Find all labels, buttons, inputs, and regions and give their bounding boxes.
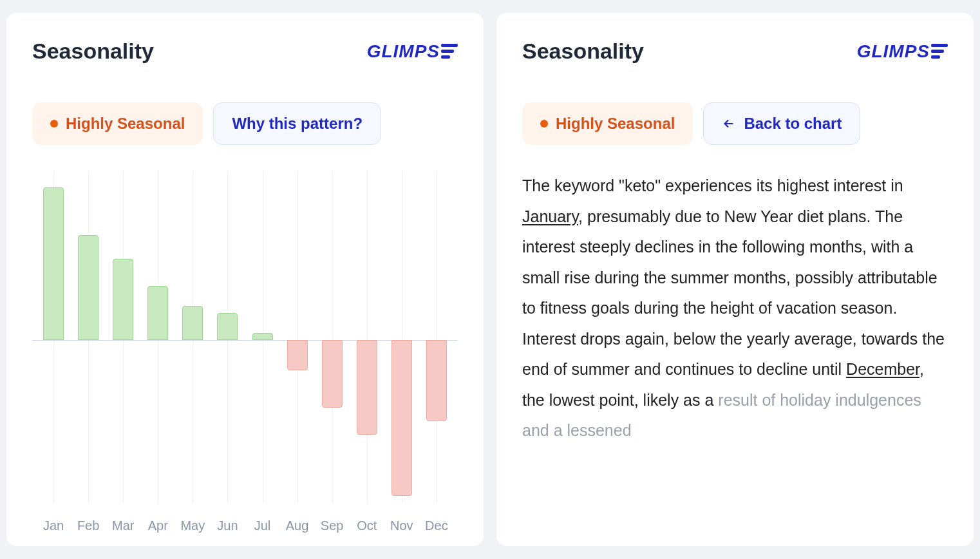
text-fade-overlay xyxy=(522,488,948,533)
card-header: Seasonality GLIMPS xyxy=(522,39,948,64)
why-pattern-label: Why this pattern? xyxy=(232,115,363,133)
card-title: Seasonality xyxy=(32,39,154,64)
x-tick-label: Jun xyxy=(210,518,245,533)
card-header: Seasonality GLIMPS xyxy=(32,39,458,64)
seasonality-badge-label: Highly Seasonal xyxy=(66,115,185,133)
chart-bar xyxy=(391,340,412,496)
seasonality-badge: Highly Seasonal xyxy=(522,102,693,145)
x-tick-label: Oct xyxy=(350,518,384,533)
why-pattern-button[interactable]: Why this pattern? xyxy=(213,102,381,145)
pill-row: Highly Seasonal Back to chart xyxy=(522,102,948,145)
explain-text: The keyword "keto" experiences its highe… xyxy=(522,176,903,194)
chart-bar xyxy=(217,313,238,340)
x-tick-label: Feb xyxy=(71,518,106,533)
chart-bar xyxy=(113,259,133,340)
seasonality-chart: JanFebMarAprMayJunJulAugSepOctNovDec xyxy=(32,171,458,533)
back-to-chart-button[interactable]: Back to chart xyxy=(703,102,860,145)
glimpse-logo: GLIMPS xyxy=(367,41,458,62)
chart-bar xyxy=(147,286,168,340)
x-tick-label: Dec xyxy=(419,518,454,533)
chart-bar xyxy=(43,187,64,340)
chart-bar xyxy=(78,235,99,340)
explain-keyword: December xyxy=(846,360,919,378)
seasonality-chart-card: Seasonality GLIMPS Highly Seasonal Why t… xyxy=(6,13,484,546)
chart-bar xyxy=(322,340,343,408)
x-tick-label: Jan xyxy=(36,518,71,533)
dot-icon xyxy=(50,120,58,128)
glimpse-logo: GLIMPS xyxy=(857,41,948,62)
logo-bars-icon xyxy=(931,44,948,59)
seasonality-explanation: The keyword "keto" experiences its highe… xyxy=(522,171,948,533)
x-tick-label: Jul xyxy=(245,518,279,533)
logo-bars-icon xyxy=(441,44,458,59)
logo-text: GLIMPS xyxy=(367,41,440,62)
logo-text: GLIMPS xyxy=(857,41,930,62)
card-title: Seasonality xyxy=(522,39,644,64)
chart-bar xyxy=(357,340,377,435)
chart-x-labels: JanFebMarAprMayJunJulAugSepOctNovDec xyxy=(32,509,458,533)
x-tick-label: Apr xyxy=(140,518,175,533)
seasonality-explain-card: Seasonality GLIMPS Highly Seasonal Back … xyxy=(496,13,974,546)
seasonality-badge: Highly Seasonal xyxy=(32,102,203,145)
explain-keyword: January xyxy=(522,207,578,225)
explain-text: , presumably due to New Year diet plans.… xyxy=(522,207,945,379)
chart-bars xyxy=(32,171,458,509)
x-tick-label: Nov xyxy=(384,518,419,533)
arrow-left-icon xyxy=(722,117,736,131)
chart-bar xyxy=(252,333,273,340)
chart-bar xyxy=(426,340,447,421)
x-tick-label: Sep xyxy=(315,518,350,533)
chart-bar xyxy=(182,306,203,340)
x-tick-label: Mar xyxy=(106,518,140,533)
back-to-chart-label: Back to chart xyxy=(744,115,842,133)
seasonality-badge-label: Highly Seasonal xyxy=(556,115,675,133)
chart-bar xyxy=(287,340,308,370)
pill-row: Highly Seasonal Why this pattern? xyxy=(32,102,458,145)
dot-icon xyxy=(540,120,548,128)
x-tick-label: Aug xyxy=(280,518,315,533)
x-tick-label: May xyxy=(175,518,210,533)
